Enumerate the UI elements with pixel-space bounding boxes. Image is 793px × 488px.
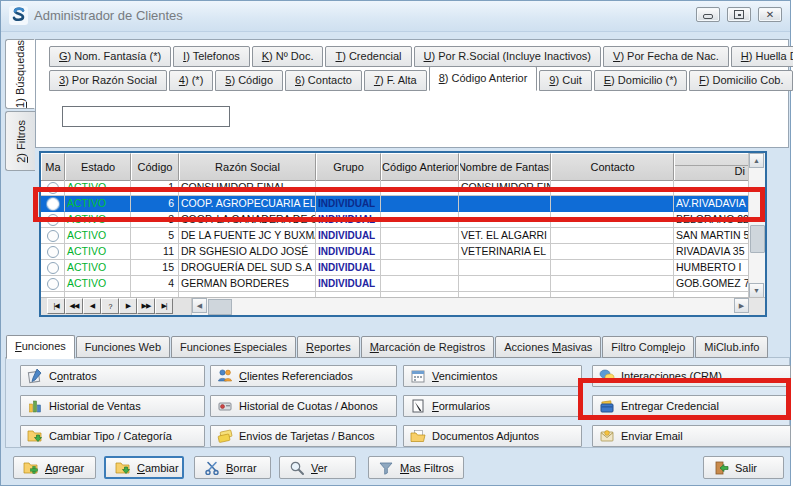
tab-filtro-complejo[interactable]: Filtro Complejo <box>602 336 694 358</box>
nav-prior-button[interactable]: ◀ <box>83 298 101 314</box>
grid-column-header[interactable]: Ma <box>41 153 65 180</box>
window-close-button[interactable]: ✕ <box>758 7 782 22</box>
fn-button-contratos[interactable]: Contratos <box>20 365 205 387</box>
radio-selected-icon[interactable] <box>47 198 59 210</box>
search-tab-i-telefonos[interactable]: I) Telefonos <box>173 46 250 67</box>
radio-icon[interactable] <box>47 182 59 194</box>
fn-button-historial-cuotas[interactable]: Historial de Cuotas / Abonos <box>210 395 397 417</box>
tab-acciones-masivas[interactable]: Acciones Masivas <box>495 336 601 358</box>
nav-last-button[interactable]: ▶| <box>155 298 173 314</box>
window-minimize-button[interactable] <box>696 7 720 22</box>
row-marker-cell[interactable] <box>41 196 65 212</box>
clients-grid: MaEstadoCódigoRazón SocialGrupoCódigo An… <box>39 151 767 317</box>
fn-button-clientes-referenciados[interactable]: Clientes Referenciados <box>210 365 397 387</box>
fn-button-label: Vencimientos <box>432 370 497 382</box>
row-marker-cell[interactable] <box>41 244 65 260</box>
table-row[interactable]: ACTIVO15DROGUERÍA DEL SUD S.AINDIVIDUALH… <box>41 260 749 276</box>
nav-next-button[interactable]: ▶ <box>119 298 137 314</box>
tab-reportes[interactable]: Reportes <box>297 336 360 358</box>
tab-marcaci-n-de-registros[interactable]: Marcación de Registros <box>361 336 495 358</box>
agregar-button[interactable]: Agregar <box>13 456 96 479</box>
fn-button-vencimientos[interactable]: Vencimientos <box>403 365 582 387</box>
table-row[interactable]: ACTIVO6COOP. AGROPECUARIA ELINDIVIDUALAV… <box>41 196 749 212</box>
grid-column-header[interactable]: Nombre de Fantasí <box>459 153 551 180</box>
grid-column-header[interactable]: Grupo <box>316 153 381 180</box>
table-row[interactable]: ACTIVO4GERMAN BORDERESINDIVIDUALGOB.GOME… <box>41 276 749 292</box>
nav-search-button[interactable]: ? <box>101 298 119 314</box>
scroll-down-icon[interactable]: ▼ <box>749 283 764 298</box>
table-row[interactable]: ACTIVO3COOP. LA GANADERA DE GINDIVIDUALB… <box>41 212 749 228</box>
table-row[interactable]: ACTIVO1CONSUMIDOR FINALCONSUMIDOR FIN <box>41 180 749 196</box>
grid-column-header[interactable]: Di <box>674 153 749 180</box>
scroll-right-icon[interactable]: ▶ <box>734 298 749 313</box>
radio-icon[interactable] <box>47 262 59 274</box>
row-marker-cell[interactable] <box>41 212 65 228</box>
tab-funciones[interactable]: Funciones <box>6 335 75 359</box>
radio-icon[interactable] <box>47 246 59 258</box>
vertical-scrollbar[interactable]: ▲ ▼ <box>748 153 765 298</box>
row-marker-cell[interactable] <box>41 228 65 244</box>
window-maximize-button[interactable] <box>727 7 751 22</box>
grid-column-header[interactable]: Razón Social <box>179 153 316 180</box>
radio-icon[interactable] <box>47 230 59 242</box>
fn-button-interacciones-crm[interactable]: Interacciones (CRM) <box>592 365 791 387</box>
cell-nombre_fantasia: CONSUMIDOR FIN <box>459 180 551 196</box>
search-tab-6-contacto[interactable]: 6) Contacto <box>285 70 362 91</box>
search-tab-7-f-alta[interactable]: 7) F. Alta <box>364 70 427 91</box>
radio-icon[interactable] <box>47 214 59 226</box>
fn-button-entregar-credencial[interactable]: Entregar Credencial <box>592 395 791 417</box>
sidebar-tab-bsquedas[interactable]: 1) Búsquedas <box>5 39 35 109</box>
ver-button[interactable]: Ver <box>279 456 356 479</box>
horizontal-scroll-thumb[interactable] <box>208 299 232 315</box>
table-row[interactable]: ACTIVO5DE LA FUENTE JC Y BUXMAINDIVIDUAL… <box>41 228 749 244</box>
grid-column-header[interactable]: Estado <box>65 153 131 180</box>
search-tab-k-n-doc-[interactable]: K) Nº Doc. <box>252 46 324 67</box>
sidebar-tab-filtros[interactable]: 2) Filtros <box>5 111 35 171</box>
tab-funciones-web[interactable]: Funciones Web <box>76 336 170 358</box>
fn-button-enviar-email[interactable]: Enviar Email <box>592 425 791 447</box>
row-marker-cell[interactable] <box>41 276 65 292</box>
search-tab-4-[interactable]: 4) (*) <box>169 70 213 91</box>
grid-column-header[interactable]: Código Anterior <box>381 153 459 180</box>
fn-button-envios-tarjetas[interactable]: Envios de Tarjetas / Bancos <box>210 425 397 447</box>
search-tab-h-huella-dactilar[interactable]: H) Huella Dactilar <box>731 46 793 67</box>
vertical-scroll-thumb[interactable] <box>750 225 765 253</box>
search-input[interactable] <box>62 106 230 127</box>
fn-button-documentos-adjuntos[interactable]: Documentos Adjuntos <box>403 425 582 447</box>
grid-column-header[interactable]: Código <box>131 153 179 180</box>
salir-button[interactable]: Salir <box>703 456 784 479</box>
nav-next-page-button[interactable]: ▶▶ <box>137 298 155 314</box>
scroll-up-icon[interactable]: ▲ <box>749 153 764 168</box>
table-row[interactable]: ACTIVO11DR SGHESIO ALDO JOSÉINDIVIDUALVE… <box>41 244 749 260</box>
search-tab-v-por-fecha-de-nac-[interactable]: V) Por Fecha de Nac. <box>603 46 729 67</box>
mas-filtros-button[interactable]: Mas Filtros <box>368 456 464 479</box>
search-tab-9-cuit[interactable]: 9) Cuit <box>539 70 591 91</box>
cell-razon_social: COOP. LA GANADERA DE G <box>179 212 316 228</box>
cambiar-button[interactable]: Cambiar <box>104 456 184 479</box>
fn-button-cambiar-tipo[interactable]: Cambiar Tipo / Categoría <box>20 425 205 447</box>
tab-miclub-info[interactable]: MiClub.info <box>695 336 768 358</box>
nav-prior-page-button[interactable]: ◀◀ <box>65 298 83 314</box>
row-marker-cell[interactable] <box>41 260 65 276</box>
scroll-left-icon[interactable]: ◀ <box>192 298 207 313</box>
search-tab-5-c-digo[interactable]: 5) Código <box>215 70 283 91</box>
grid-column-header[interactable]: Contacto <box>551 153 674 180</box>
search-tab-f-domicilio-cob-[interactable]: F) Domicilio Cob. <box>689 70 793 91</box>
search-tab-t-credencial[interactable]: T) Credencial <box>325 46 411 67</box>
search-tab-g-nom-fantas-a-[interactable]: G) Nom. Fantasía (*) <box>49 46 171 67</box>
radio-icon[interactable] <box>47 278 59 290</box>
search-tab-8-c-digo-anterior[interactable]: 8) Código Anterior <box>429 66 538 91</box>
fn-button-formularios[interactable]: Formularios <box>403 395 582 417</box>
cell-nombre_fantasia: VET. EL ALGARRI <box>459 228 551 244</box>
cell-codigo: 15 <box>131 260 179 276</box>
tab-funciones-especiales[interactable]: Funciones Especiales <box>171 336 296 358</box>
nav-first-button[interactable]: |◀ <box>47 298 65 314</box>
search-tab-u-por-r-social-incluye-inactivos-[interactable]: U) Por R.Social (Incluye Inactivos) <box>414 46 602 67</box>
borrar-button[interactable]: Borrar <box>194 456 271 479</box>
row-marker-cell[interactable] <box>41 180 65 196</box>
fn-button-label: Envios de Tarjetas / Bancos <box>239 430 375 442</box>
search-tab-e-domicilio-[interactable]: E) Domicilio (*) <box>594 70 687 91</box>
fn-button-historial-ventas[interactable]: Historial de Ventas <box>20 395 205 417</box>
horizontal-scrollbar[interactable]: ◀ ▶ <box>191 298 749 315</box>
search-tab-3-por-raz-n-social[interactable]: 3) Por Razón Social <box>49 70 167 91</box>
